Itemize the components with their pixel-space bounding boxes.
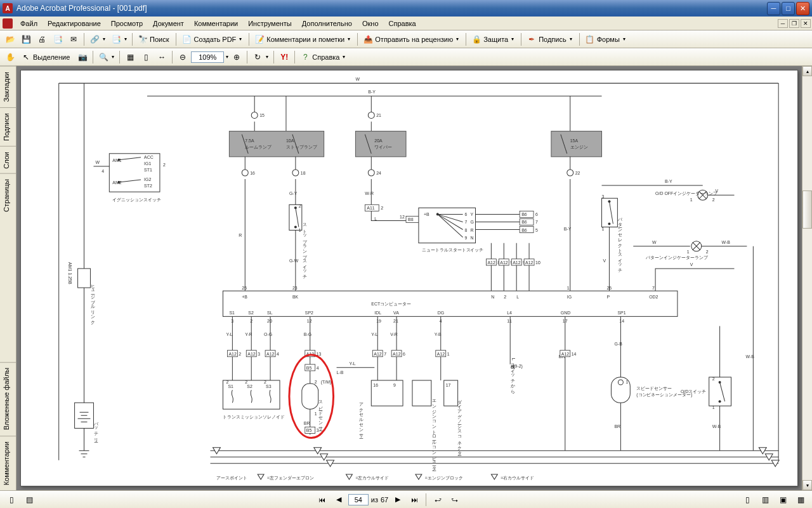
svg-text:ストップランプ: ストップランプ <box>286 145 318 149</box>
folder-icon: 📂 <box>5 34 15 44</box>
layout-cont-icon: ▥ <box>760 495 770 505</box>
svg-text:1: 1 <box>299 228 301 232</box>
menu-window[interactable]: Окно <box>357 18 384 29</box>
select-tool[interactable]: ↖Выделение <box>18 50 74 64</box>
help-icon: ? <box>300 52 310 62</box>
open-button[interactable]: 📂 <box>3 32 18 46</box>
svg-text:A12: A12 <box>228 352 236 356</box>
comments-button[interactable]: 📝Комментарии и пометки▾ <box>252 32 355 46</box>
svg-text:G: G <box>471 220 474 224</box>
scroll-down[interactable]: ▾ <box>802 480 812 490</box>
svg-rect-201 <box>412 380 431 406</box>
svg-point-99 <box>608 222 610 225</box>
facing-view[interactable]: ▣ <box>775 493 790 507</box>
scroll-up[interactable]: ▴ <box>802 66 812 76</box>
plus-icon: ⊕ <box>232 52 242 62</box>
prev-page[interactable]: ◀ <box>332 493 346 507</box>
mdi-close[interactable]: ✕ <box>801 19 811 28</box>
svg-text:5: 5 <box>535 228 538 232</box>
svg-point-5 <box>368 112 374 118</box>
svg-text:A12: A12 <box>487 260 495 265</box>
menu-edit[interactable]: Редактирование <box>43 18 106 29</box>
fit-page-button[interactable]: ▦ <box>122 50 138 64</box>
menu-view[interactable]: Просмотр <box>106 18 148 29</box>
rotate-cw-button[interactable]: ↻▾ <box>250 50 271 64</box>
menu-comments[interactable]: Комментарии <box>189 18 243 29</box>
zoom-out-button[interactable]: ⊖ <box>175 50 190 64</box>
actual-size-button[interactable]: ▯ <box>138 50 154 64</box>
svg-text:2: 2 <box>381 206 383 210</box>
security-button[interactable]: 🔒Защита▾ <box>469 32 518 46</box>
minus-icon: ⊖ <box>178 52 188 62</box>
first-page[interactable]: ⏮ <box>315 493 329 507</box>
next-page[interactable]: ▶ <box>391 493 405 507</box>
last-page[interactable]: ⏭ <box>407 493 421 507</box>
forms-button[interactable]: 📋Формы▾ <box>582 32 630 46</box>
svg-text:IG2: IG2 <box>144 177 151 182</box>
vertical-scrollbar[interactable]: ▴ ▾ <box>802 66 812 490</box>
search-button[interactable]: 🔭Поиск <box>135 32 173 46</box>
forward-view[interactable]: ⮑ <box>447 493 461 507</box>
scroll-thumb[interactable] <box>802 190 812 229</box>
maximize-button[interactable]: □ <box>782 2 795 15</box>
yahoo-button[interactable]: Y! <box>277 50 292 64</box>
svg-text:B-Y: B-Y <box>368 90 376 94</box>
svg-text:SL: SL <box>267 311 273 315</box>
page-layout-single[interactable]: ▯ <box>4 493 19 507</box>
mdi-restore[interactable]: ❐ <box>789 19 799 28</box>
sign-button[interactable]: ✒Подпись▾ <box>524 32 577 46</box>
tab-attachments[interactable]: Вложенные файлы <box>0 362 16 435</box>
email-icon: ✉ <box>69 34 79 44</box>
continuous-facing-view[interactable]: ▦ <box>793 493 808 507</box>
document-area[interactable]: W B-Y B-Y 15 21 7.5Aルームランプ 10Aストップランプ 20… <box>16 66 812 490</box>
hand-tool[interactable]: ✋ <box>3 50 18 64</box>
svg-text:AM2: AM2 <box>112 180 121 185</box>
tab-layers[interactable]: Слои <box>0 146 16 174</box>
close-button[interactable]: ✕ <box>796 2 809 15</box>
svg-text:(T/M): (T/M) <box>321 380 332 385</box>
continuous-view[interactable]: ▥ <box>757 493 773 507</box>
svg-text:+B: +B <box>424 212 429 217</box>
zoom-in-tool[interactable]: 🔍▾ <box>96 50 117 64</box>
binoculars-icon: 🔭 <box>138 34 148 44</box>
zoom-dropdown[interactable]: ▾ <box>226 54 228 60</box>
svg-text:P: P <box>606 295 610 299</box>
minimize-button[interactable]: ─ <box>767 2 780 15</box>
svg-text:18: 18 <box>301 171 306 175</box>
create-pdf-button[interactable]: 📄Создать PDF▾ <box>179 32 246 46</box>
svg-text:17: 17 <box>446 383 451 387</box>
svg-text:S1: S1 <box>229 311 235 315</box>
menu-document[interactable]: Документ <box>148 18 189 29</box>
zoom-in-button[interactable]: ⊕ <box>229 50 244 64</box>
svg-text:12: 12 <box>307 319 312 323</box>
svg-text:2: 2 <box>504 295 506 299</box>
mdi-minimize[interactable]: ─ <box>778 19 788 28</box>
send-review-button[interactable]: 📤Отправить на рецензию▾ <box>360 32 463 46</box>
print-button[interactable]: 🖨 <box>34 32 49 46</box>
menu-advanced[interactable]: Дополнительно <box>297 18 357 29</box>
page-number-input[interactable] <box>348 494 369 505</box>
page-layout-continuous[interactable]: ▤ <box>22 493 37 507</box>
menu-tools[interactable]: Инструменты <box>243 18 297 29</box>
single-page-view[interactable]: ▯ <box>740 493 755 507</box>
save-button[interactable]: 💾 <box>18 32 34 46</box>
link-button[interactable]: 🔗▾ <box>87 32 108 46</box>
back-view[interactable]: ⮐ <box>431 493 445 507</box>
scroll-track[interactable] <box>802 76 812 480</box>
svg-text:2: 2 <box>712 377 715 381</box>
tab-bookmarks[interactable]: Закладки <box>0 66 16 107</box>
organizer-button[interactable]: 📑 <box>50 32 65 46</box>
help-button[interactable]: ?Справка▾ <box>298 50 350 64</box>
menu-file[interactable]: Файл <box>15 18 43 29</box>
tab-pages[interactable]: Страницы <box>0 173 16 217</box>
svg-text:ルームランプ: ルームランプ <box>245 145 272 149</box>
email-button[interactable]: ✉ <box>66 32 81 46</box>
snapshot-tool[interactable]: 📷 <box>75 50 90 64</box>
window-title: Adobe Acrobat Professional - [001.pdf] <box>16 4 766 13</box>
menu-help[interactable]: Справка <box>384 18 421 29</box>
fit-width-button[interactable]: ↔ <box>154 50 169 64</box>
zoom-input[interactable] <box>191 51 224 63</box>
bookmarks-button[interactable]: 📑▾ <box>108 32 129 46</box>
tab-comments[interactable]: Комментарии <box>0 436 16 490</box>
tab-signatures[interactable]: Подписи <box>0 107 16 146</box>
